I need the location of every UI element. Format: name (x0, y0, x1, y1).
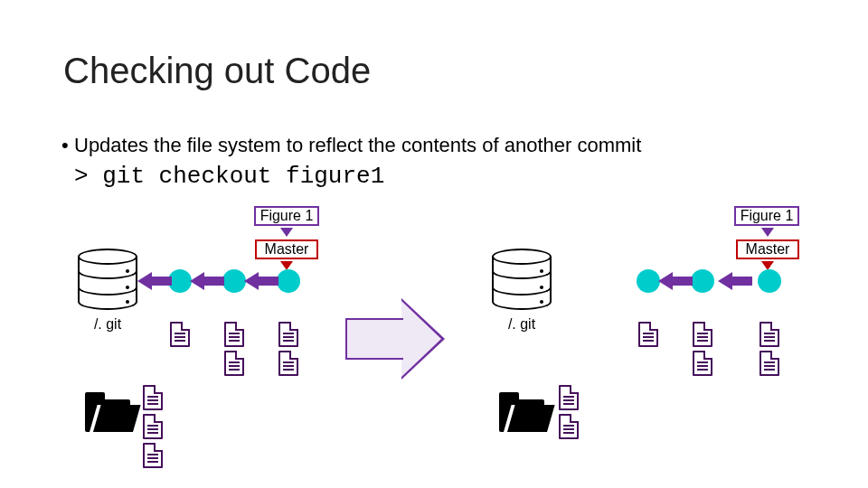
right-commit-3 (758, 269, 781, 293)
right-db-icon (492, 249, 552, 306)
right-gitdir-label: /. git (497, 316, 546, 333)
right-arrow-1 (662, 272, 693, 290)
transition-arrow-icon (345, 298, 445, 380)
doc-icon (224, 322, 244, 347)
left-commit-3 (277, 269, 300, 293)
left-arrow-db (141, 272, 172, 290)
doc-icon (278, 322, 298, 347)
right-figure1-tag: Figure 1 (734, 206, 799, 226)
doc-icon (760, 351, 779, 376)
doc-icon (559, 385, 579, 410)
doc-icon (638, 322, 658, 347)
right-commit-1 (637, 269, 660, 293)
left-commit-2 (222, 269, 246, 293)
doc-icon (760, 322, 779, 347)
right-master-tag: Master (736, 239, 799, 259)
doc-icon (559, 414, 579, 439)
right-commit-2 (691, 269, 714, 293)
doc-icon (224, 351, 244, 376)
left-arrow-2 (248, 272, 278, 290)
right-arrow-2 (722, 272, 760, 290)
left-figure1-pointer (280, 228, 293, 237)
left-folder-icon (85, 399, 130, 432)
right-figure1-pointer (761, 228, 774, 237)
left-gitdir-label: /. git (83, 316, 132, 333)
doc-icon (693, 322, 712, 347)
bullet-text: Updates the file system to reflect the c… (74, 134, 641, 157)
right-folder-icon (499, 399, 544, 432)
doc-icon (143, 443, 163, 468)
slide-title: Checking out Code (63, 51, 371, 91)
doc-icon (278, 351, 298, 376)
doc-icon (143, 414, 163, 439)
doc-icon (693, 351, 712, 376)
left-db-icon (78, 249, 137, 306)
doc-icon (143, 385, 163, 410)
doc-icon (170, 322, 190, 347)
left-arrow-1 (193, 272, 224, 290)
command-text: > git checkout figure1 (74, 163, 384, 190)
left-master-tag: Master (255, 239, 318, 259)
left-figure1-tag: Figure 1 (254, 206, 319, 226)
